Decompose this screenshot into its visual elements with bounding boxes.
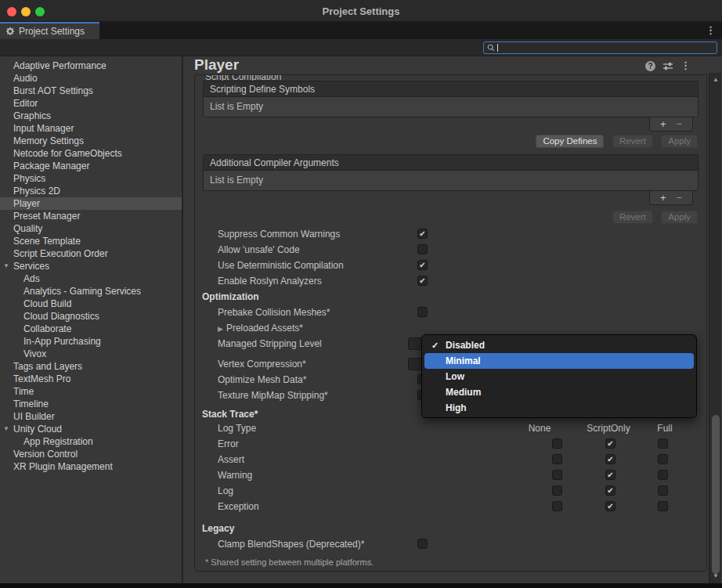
sidebar-item-memory-settings[interactable]: Memory Settings [0, 135, 182, 147]
list-add-remove-box: + − [649, 117, 693, 132]
scroll-down-icon[interactable]: ▼ [709, 571, 722, 582]
sidebar-item-label: Unity Cloud [13, 424, 62, 435]
sidebar-item-services[interactable]: ▼Services [0, 260, 182, 272]
sidebar-item-in-app-purchasing[interactable]: In-App Purchasing [0, 335, 182, 348]
sidebar-item-physics[interactable]: Physics [0, 172, 182, 185]
sidebar-item-collaborate[interactable]: Collaborate [0, 323, 182, 335]
sidebar-item-input-manager[interactable]: Input Manager [0, 122, 182, 135]
sidebar-item-editor[interactable]: Editor [0, 97, 182, 110]
copy-defines-button[interactable]: Copy Defines [536, 135, 604, 148]
apply-button[interactable]: Apply [661, 211, 698, 224]
revert-button[interactable]: Revert [612, 135, 653, 148]
sidebar-item-vivox[interactable]: Vivox [0, 348, 182, 360]
stack-assert-full-checkbox[interactable] [658, 454, 668, 464]
sidebar-item-adaptive-performance[interactable]: Adaptive Performance [0, 60, 182, 72]
vertical-scrollbar[interactable]: ▲ ▼ [709, 73, 721, 583]
stack-log-none-checkbox[interactable] [552, 485, 562, 496]
sidebar-item-version-control[interactable]: Version Control [0, 448, 182, 460]
stack-warning-full-checkbox[interactable] [658, 470, 668, 480]
sidebar-item-burst-aot-settings[interactable]: Burst AOT Settings [0, 85, 182, 97]
foldout-closed-icon[interactable]: ▶ [218, 325, 223, 333]
revert-button[interactable]: Revert [612, 211, 653, 224]
stack-log-scriptonly-checkbox[interactable]: ✔ [605, 485, 616, 496]
remove-item-button[interactable]: − [676, 118, 682, 131]
sidebar-item-label: Time [13, 386, 34, 397]
help-icon[interactable]: ? [645, 61, 655, 71]
sidebar-item-scene-template[interactable]: Scene Template [0, 235, 182, 247]
setting-label: Clamp BlendShapes (Deprecated)* [218, 539, 364, 550]
suppress-common-warnings-checkbox[interactable]: ✔ [417, 229, 428, 239]
remove-item-button[interactable]: − [676, 192, 682, 204]
dropdown-option-minimal[interactable]: Minimal [424, 353, 694, 369]
sidebar-item-label: UI Builder [13, 411, 55, 422]
sidebar-item-app-registration[interactable]: App Registration [0, 435, 182, 448]
sidebar-item-ui-builder[interactable]: UI Builder [0, 410, 182, 423]
dropdown-option-disabled[interactable]: ✓Disabled [424, 337, 694, 353]
apply-button[interactable]: Apply [661, 135, 698, 148]
scroll-up-icon[interactable]: ▲ [709, 74, 722, 85]
sidebar-item-ads[interactable]: Ads [0, 272, 182, 285]
tab-project-settings[interactable]: Project Settings [0, 22, 99, 39]
dropdown-option-label: Disabled [446, 340, 485, 351]
stack-assert-scriptonly-checkbox[interactable]: ✔ [605, 454, 616, 464]
settings-toolbar [0, 39, 722, 56]
sidebar-item-preset-manager[interactable]: Preset Manager [0, 210, 182, 222]
sidebar-item-unity-cloud[interactable]: ▼Unity Cloud [0, 423, 182, 435]
foldout-open-icon[interactable]: ▼ [3, 260, 9, 272]
sidebar-item-player[interactable]: Player [0, 197, 182, 210]
scrollbar-thumb[interactable] [712, 415, 720, 574]
sidebar-item-label: Input Manager [13, 123, 74, 134]
define-symbols-buttons: Copy Defines Revert Apply [195, 133, 706, 147]
sidebar-item-cloud-diagnostics[interactable]: Cloud Diagnostics [0, 310, 182, 323]
log-type-label: Warning [218, 470, 252, 481]
add-item-button[interactable]: + [660, 118, 666, 131]
settings-sidebar: Adaptive PerformanceAudioBurst AOT Setti… [0, 56, 183, 583]
tab-menu-kebab-icon[interactable]: ⋮ [706, 25, 716, 36]
stack-exception-scriptonly-checkbox[interactable]: ✔ [605, 501, 616, 511]
stack-trace-row-error: Error✔ [195, 436, 706, 452]
sidebar-item-timeline[interactable]: Timeline [0, 398, 182, 410]
list-header: Additional Compiler Arguments [204, 155, 698, 171]
sidebar-item-package-manager[interactable]: Package Manager [0, 160, 182, 172]
dropdown-option-high[interactable]: High [424, 400, 694, 416]
stack-error-none-checkbox[interactable] [552, 438, 562, 449]
stack-warning-none-checkbox[interactable] [552, 470, 562, 480]
sidebar-item-analytics-gaming-services[interactable]: Analytics - Gaming Services [0, 285, 182, 298]
sidebar-item-textmesh-pro[interactable]: TextMesh Pro [0, 373, 182, 385]
sidebar-item-time[interactable]: Time [0, 385, 182, 398]
search-input[interactable] [498, 43, 717, 52]
sidebar-item-quality[interactable]: Quality [0, 222, 182, 235]
allow-unsafe-code-checkbox[interactable] [417, 244, 428, 254]
dropdown-option-low[interactable]: Low [424, 369, 694, 384]
foldout-open-icon[interactable]: ▼ [3, 423, 9, 435]
sidebar-item-graphics[interactable]: Graphics [0, 110, 182, 122]
sidebar-item-xr-plugin-management[interactable]: XR Plugin Management [0, 460, 182, 473]
search-field[interactable] [483, 41, 717, 54]
stack-assert-none-checkbox[interactable] [552, 454, 562, 464]
use-deterministic-compilation-checkbox[interactable]: ✔ [417, 260, 428, 270]
clamp-blendshapes-deprecated-checkbox[interactable] [417, 539, 428, 549]
sidebar-item-script-execution-order[interactable]: Script Execution Order [0, 247, 182, 260]
sidebar-item-netcode-for-gameobjects[interactable]: Netcode for GameObjects [0, 147, 182, 160]
add-item-button[interactable]: + [660, 192, 666, 204]
sidebar-item-cloud-build[interactable]: Cloud Build [0, 298, 182, 310]
stack-log-full-checkbox[interactable] [658, 485, 668, 496]
sidebar-item-tags-and-layers[interactable]: Tags and Layers [0, 360, 182, 373]
sidebar-item-label: Scene Template [13, 236, 81, 247]
stack-exception-full-checkbox[interactable] [658, 501, 668, 511]
prebake-collision-meshes-checkbox[interactable] [417, 307, 428, 317]
dropdown-option-medium[interactable]: Medium [424, 384, 694, 400]
stack-error-scriptonly-checkbox[interactable]: ✔ [605, 438, 616, 449]
enable-roslyn-analyzers-checkbox[interactable]: ✔ [417, 276, 428, 286]
stack-exception-none-checkbox[interactable] [552, 501, 562, 511]
setting-row-preloaded-assets: ▶Preloaded Assets* [195, 320, 706, 336]
sidebar-item-physics-2d[interactable]: Physics 2D [0, 185, 182, 197]
stack-error-full-checkbox[interactable] [658, 438, 668, 449]
presets-icon[interactable] [662, 61, 673, 71]
settings-menu-kebab-icon[interactable]: ⋮ [680, 60, 691, 71]
stack-warning-scriptonly-checkbox[interactable]: ✔ [605, 470, 616, 480]
window-title: Project Settings [0, 5, 722, 17]
tab-strip: Project Settings ⋮ [0, 22, 722, 39]
sidebar-item-audio[interactable]: Audio [0, 72, 182, 85]
shared-setting-footnote: * Shared setting between multiple platfo… [195, 552, 706, 567]
